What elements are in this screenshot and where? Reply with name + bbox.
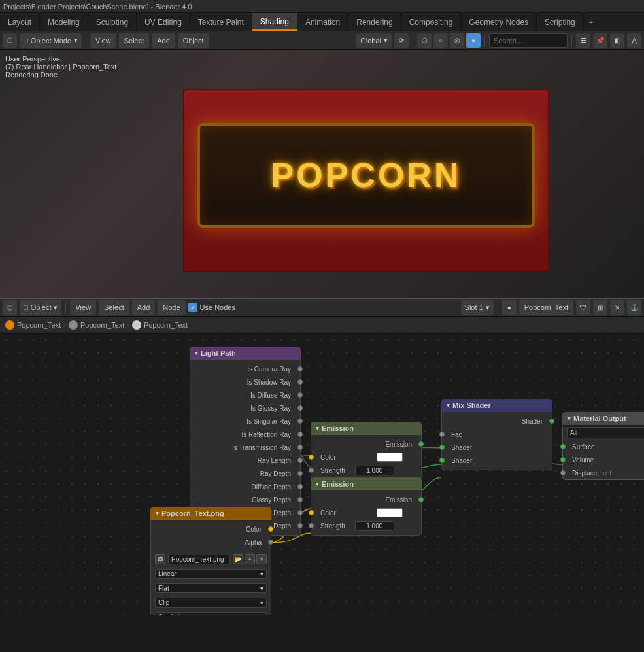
add-workspace-button[interactable]: + bbox=[584, 13, 598, 31]
viewport-search[interactable] bbox=[489, 33, 568, 48]
node-node-menu[interactable]: Node bbox=[158, 300, 185, 315]
close-icon[interactable]: ✕ bbox=[610, 300, 624, 315]
global-dropdown[interactable]: Global ▾ bbox=[356, 33, 392, 48]
collapse-icon-em2[interactable]: ▾ bbox=[316, 481, 319, 487]
mix-shader-fac-input[interactable] bbox=[439, 432, 445, 437]
material-shading-icon[interactable]: ◎ bbox=[450, 33, 464, 48]
is-diffuse-ray-socket[interactable] bbox=[297, 392, 303, 398]
pin-icon[interactable]: 📌 bbox=[593, 33, 607, 48]
emission-1-color-swatch[interactable] bbox=[377, 453, 403, 462]
mix-shader-shader1-input[interactable] bbox=[439, 445, 445, 450]
is-reflection-ray-socket[interactable] bbox=[297, 432, 303, 437]
emission-2-output-socket[interactable] bbox=[418, 497, 424, 502]
viewport-type-icon[interactable]: ⬡ bbox=[3, 33, 17, 48]
texture-projection-dropdown[interactable]: Flat ▾ bbox=[155, 583, 267, 593]
tab-layout[interactable]: Layout bbox=[0, 13, 40, 31]
texture-source-dropdown[interactable]: Single Image ▾ bbox=[155, 612, 267, 615]
shield-icon[interactable]: 🛡 bbox=[576, 300, 590, 315]
glossy-depth-socket[interactable] bbox=[297, 497, 303, 502]
camera-icon[interactable]: ◧ bbox=[610, 33, 624, 48]
tab-geometry-nodes[interactable]: Geometry Nodes bbox=[461, 13, 537, 31]
mat-output-surface-input[interactable] bbox=[560, 444, 566, 449]
mix-shader-output-socket[interactable] bbox=[549, 419, 554, 424]
texture-alpha-output-socket[interactable] bbox=[268, 540, 273, 545]
funnel-icon[interactable]: ⋀ bbox=[627, 33, 641, 48]
is-singular-ray-socket[interactable] bbox=[297, 419, 303, 424]
texture-filename-field[interactable]: Popcorn_Text.png bbox=[168, 555, 230, 564]
texture-color-output-socket[interactable] bbox=[268, 526, 273, 532]
texture-extension-dropdown[interactable]: Clip ▾ bbox=[155, 598, 267, 608]
is-camera-ray-socket[interactable] bbox=[297, 366, 303, 371]
tab-modeling[interactable]: Modeling bbox=[40, 13, 88, 31]
emission-2-strength-value[interactable]: 1.000 bbox=[355, 521, 394, 531]
use-nodes-checkbox[interactable]: ✓ bbox=[188, 303, 197, 312]
collapse-icon-em1[interactable]: ▾ bbox=[316, 425, 319, 432]
node-select-menu[interactable]: Select bbox=[99, 300, 129, 315]
is-diffuse-ray-label: Is Diffuse Ray bbox=[194, 392, 296, 399]
is-transmission-ray-socket[interactable] bbox=[297, 445, 303, 450]
collapse-icon-mix[interactable]: ▾ bbox=[447, 402, 450, 409]
node-view-menu[interactable]: View bbox=[70, 300, 96, 315]
collapse-icon-tex[interactable]: ▾ bbox=[156, 510, 159, 517]
node-mode-dropdown[interactable]: □ Object ▾ bbox=[20, 300, 61, 315]
ray-length-socket[interactable] bbox=[297, 458, 303, 463]
emission-1-strength-value[interactable]: 1.000 bbox=[355, 466, 394, 475]
node-add-menu[interactable]: Add bbox=[132, 300, 156, 315]
collapse-icon[interactable]: ▾ bbox=[195, 350, 198, 356]
wire-shading-icon[interactable]: ⬡ bbox=[417, 33, 432, 48]
tab-rendering[interactable]: Rendering bbox=[348, 13, 401, 31]
texture-new-icon[interactable]: + bbox=[245, 554, 255, 564]
use-nodes-toggle[interactable]: ✓ Use Nodes bbox=[188, 303, 235, 312]
tab-uv-editing[interactable]: UV Editing bbox=[137, 13, 190, 31]
emission-2-color-input[interactable] bbox=[309, 510, 314, 515]
texture-browse-icon[interactable]: 📂 bbox=[233, 554, 243, 564]
view-menu[interactable]: View bbox=[90, 33, 116, 48]
tab-animation[interactable]: Animation bbox=[297, 13, 348, 31]
transmission-depth-socket[interactable] bbox=[297, 523, 303, 528]
tab-texture-paint[interactable]: Texture Paint bbox=[190, 13, 252, 31]
tab-shading[interactable]: Shading bbox=[252, 13, 297, 31]
texture-interpolation-dropdown[interactable]: Linear ▾ bbox=[155, 569, 267, 579]
tab-compositing[interactable]: Compositing bbox=[401, 13, 462, 31]
ray-depth-socket[interactable] bbox=[297, 471, 303, 476]
mat-output-volume-input[interactable] bbox=[560, 457, 566, 462]
emission-1-strength-input[interactable] bbox=[309, 468, 314, 473]
emission-2-strength-input[interactable] bbox=[309, 523, 314, 528]
breadcrumb-item-3[interactable]: ○ Popcorn_Text bbox=[132, 320, 188, 330]
add-menu[interactable]: Add bbox=[152, 33, 175, 48]
breadcrumb-item-2[interactable]: △ Popcorn_Text bbox=[69, 320, 124, 330]
object-menu[interactable]: Object bbox=[178, 33, 209, 48]
rendered-shading-icon[interactable]: ● bbox=[466, 33, 481, 48]
tab-scripting[interactable]: Scripting bbox=[537, 13, 584, 31]
emission-2-color-swatch[interactable] bbox=[377, 508, 403, 517]
node-mat-output-header: ▾ Material Output bbox=[562, 412, 644, 425]
orbit-icon[interactable]: ⟳ bbox=[394, 33, 409, 48]
is-shadow-ray-socket[interactable] bbox=[297, 379, 303, 385]
diffuse-depth-socket[interactable] bbox=[297, 484, 303, 489]
is-glossy-ray-socket[interactable] bbox=[297, 405, 303, 411]
select-menu[interactable]: Select bbox=[119, 33, 150, 48]
sphere-icon[interactable]: ● bbox=[502, 300, 517, 315]
node-mode-dropdown-arrow: ▾ bbox=[54, 303, 58, 312]
copy-icon[interactable]: ⊞ bbox=[593, 300, 607, 315]
emission-1-color-input[interactable] bbox=[309, 455, 314, 460]
emission-1-color-row: Color bbox=[311, 451, 421, 464]
material-name-btn[interactable]: Popcorn_Text bbox=[519, 300, 573, 315]
transparent-depth-socket[interactable] bbox=[297, 510, 303, 515]
mix-shader-shader2-input[interactable] bbox=[439, 458, 445, 463]
tab-sculpting[interactable]: Sculpting bbox=[88, 13, 137, 31]
solid-shading-icon[interactable]: ○ bbox=[433, 33, 448, 48]
breadcrumb-item-1[interactable]: ○ Popcorn_Text bbox=[5, 320, 61, 330]
mat-output-displacement-input[interactable] bbox=[560, 470, 566, 475]
texture-preview-icon[interactable]: 🖼 bbox=[155, 554, 165, 564]
emission-1-output-socket[interactable] bbox=[418, 441, 424, 447]
slot-dropdown[interactable]: Slot 1 ▾ bbox=[461, 300, 494, 315]
texture-delete-icon[interactable]: ✕ bbox=[256, 554, 267, 564]
collapse-icon-mat[interactable]: ▾ bbox=[568, 415, 571, 422]
mode-dropdown[interactable]: □ Object Mode ▾ bbox=[20, 33, 82, 48]
node-editor-type-icon[interactable]: ⬡ bbox=[3, 300, 17, 315]
node-row-glossy-depth: Glossy Depth bbox=[190, 493, 300, 506]
mat-output-dropdown[interactable]: All ▾ bbox=[567, 427, 644, 438]
filter-icon[interactable]: ☰ bbox=[576, 33, 590, 48]
anchor-icon[interactable]: ⚓ bbox=[627, 300, 641, 315]
